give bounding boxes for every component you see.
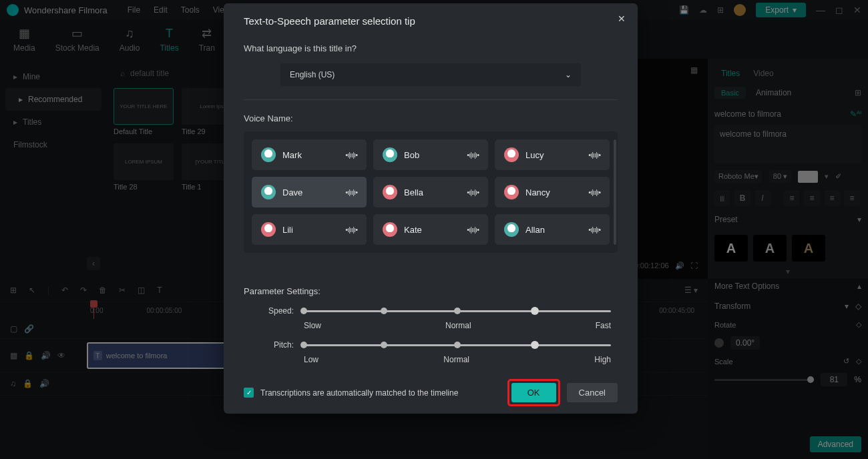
- voice-bob[interactable]: Bob•ı|ıı|ı•: [373, 139, 488, 170]
- avatar-icon: [261, 222, 276, 237]
- waveform-icon: •ı|ıı|ı•: [467, 188, 479, 196]
- waveform-icon: •ı|ıı|ı•: [588, 188, 600, 196]
- speed-slider[interactable]: [304, 310, 611, 312]
- waveform-icon: •ı|ıı|ı•: [345, 225, 357, 234]
- language-question: What language is this title in?: [244, 43, 618, 53]
- voice-lucy[interactable]: Lucy•ı|ıı|ı•: [495, 139, 610, 170]
- avatar-icon: [261, 147, 276, 162]
- waveform-icon: •ı|ıı|ı•: [467, 225, 479, 234]
- waveform-icon: •ı|ıı|ı•: [467, 151, 479, 159]
- voice-bella[interactable]: Bella•ı|ıı|ı•: [373, 177, 488, 207]
- voice-nancy[interactable]: Nancy•ı|ıı|ı•: [495, 177, 610, 207]
- transcription-checkbox-label: Transcriptions are automatically matched…: [260, 388, 501, 398]
- avatar-icon: [383, 185, 397, 199]
- transcription-checkbox[interactable]: ✓: [244, 388, 254, 398]
- modal-title: Text-to-Speech parameter selection tip: [244, 15, 618, 27]
- waveform-icon: •ı|ıı|ı•: [345, 151, 357, 159]
- waveform-icon: •ı|ıı|ı•: [345, 188, 357, 196]
- avatar-icon: [504, 185, 519, 199]
- voice-mark[interactable]: Mark•ı|ıı|ı•: [252, 139, 367, 170]
- ok-highlight-annotation: OK: [507, 379, 560, 406]
- chevron-down-icon: ⌄: [565, 70, 572, 79]
- modal-close-button[interactable]: ✕: [618, 13, 626, 24]
- avatar-icon: [383, 222, 397, 237]
- avatar-icon: [261, 185, 276, 199]
- voice-lili[interactable]: Lili•ı|ıı|ı•: [252, 214, 367, 245]
- cancel-button[interactable]: Cancel: [567, 383, 618, 402]
- voice-kate[interactable]: Kate•ı|ıı|ı•: [373, 214, 488, 245]
- avatar-icon: [504, 147, 519, 162]
- ok-button[interactable]: OK: [511, 383, 556, 402]
- tts-modal: Text-to-Speech parameter selection tip ✕…: [224, 3, 638, 414]
- voice-scrollbar[interactable]: [614, 139, 616, 245]
- avatar-icon: [504, 222, 519, 237]
- voice-allan[interactable]: Allan•ı|ıı|ı•: [495, 214, 610, 245]
- avatar-icon: [383, 147, 397, 162]
- voice-name-label: Voice Name:: [244, 113, 618, 123]
- speed-label: Speed:: [244, 306, 304, 316]
- pitch-label: Pitch:: [244, 340, 304, 350]
- voice-grid: Mark•ı|ıı|ı• Bob•ı|ıı|ı• Lucy•ı|ıı|ı• Da…: [244, 131, 618, 253]
- parameter-settings-label: Parameter Settings:: [244, 286, 618, 296]
- waveform-icon: •ı|ıı|ı•: [588, 225, 600, 234]
- waveform-icon: •ı|ıı|ı•: [588, 151, 600, 159]
- voice-dave[interactable]: Dave•ı|ıı|ı•: [252, 177, 367, 207]
- pitch-slider[interactable]: [304, 344, 611, 346]
- language-select[interactable]: English (US) ⌄: [280, 63, 581, 86]
